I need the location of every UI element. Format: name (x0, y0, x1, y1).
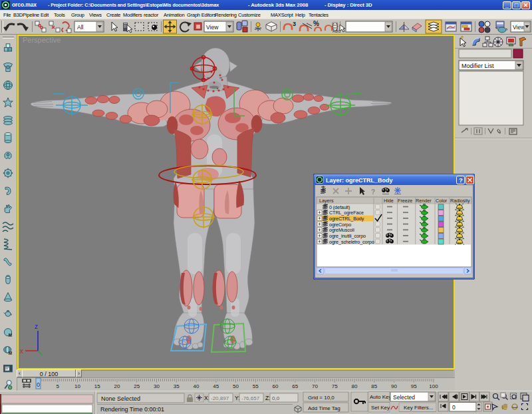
svg-text:95: 95 (411, 383, 417, 389)
svg-text:Radiosity: Radiosity (450, 198, 470, 204)
svg-text:View: View (513, 24, 525, 31)
svg-text:ogre_scheletro_corpo: ogre_scheletro_corpo (329, 239, 374, 245)
svg-text:Auto Key: Auto Key (370, 394, 391, 400)
svg-text:70: 70 (312, 383, 318, 389)
svg-text:M: M (9, 333, 12, 337)
svg-text:100: 100 (429, 383, 438, 389)
svg-text:-76,657: -76,657 (241, 395, 260, 401)
svg-text:5: 5 (57, 383, 60, 389)
svg-text:30: 30 (154, 383, 160, 389)
svg-text:0: 0 (452, 404, 456, 411)
svg-text:50: 50 (233, 383, 239, 389)
svg-text:25: 25 (134, 383, 140, 389)
svg-text:55: 55 (253, 383, 259, 389)
svg-text:0: 0 (37, 381, 40, 388)
svg-text:0,0: 0,0 (272, 395, 280, 401)
svg-text:Modifier List: Modifier List (462, 63, 494, 69)
svg-text:?: ? (371, 188, 375, 196)
svg-text:Z:: Z: (265, 395, 271, 401)
svg-text:15: 15 (94, 383, 100, 389)
svg-text:0 (default): 0 (default) (329, 204, 350, 210)
svg-text:-20,897: -20,897 (211, 395, 229, 401)
svg-text:All: All (77, 24, 84, 31)
svg-text:x: x (20, 347, 23, 355)
svg-text:Layers: Layers (319, 198, 334, 204)
svg-text:3: 3 (293, 21, 296, 27)
svg-text:85: 85 (371, 383, 377, 389)
svg-text:80: 80 (352, 383, 358, 389)
svg-text:CTRL_ogreFace: CTRL_ogreFace (329, 210, 364, 216)
svg-text:ogreCTRL_Body: ogreCTRL_Body (329, 216, 364, 222)
svg-text:Key Filters...: Key Filters... (404, 405, 433, 411)
svg-text:Layer: ogreCTRL_Body: Layer: ogreCTRL_Body (326, 177, 393, 184)
svg-text:Render: Render (416, 198, 432, 204)
svg-text:%: % (313, 20, 319, 27)
svg-text:Add Time Tag: Add Time Tag (308, 405, 340, 411)
svg-text:Freeze: Freeze (398, 198, 412, 204)
svg-text:Grid = 10,0: Grid = 10,0 (308, 395, 334, 401)
svg-text:z: z (35, 323, 38, 330)
svg-text:60: 60 (273, 383, 279, 389)
svg-text:Color: Color (436, 198, 448, 204)
svg-text:Perspective: Perspective (23, 36, 61, 44)
svg-text:Selected: Selected (393, 394, 415, 401)
svg-text:35: 35 (174, 383, 180, 389)
svg-text:ogreCorpo: ogreCorpo (329, 222, 351, 228)
svg-text:20: 20 (114, 383, 120, 389)
svg-text:None Selected: None Selected (101, 395, 140, 402)
svg-text:?: ? (459, 176, 463, 184)
svg-text:Y:: Y: (235, 395, 240, 401)
svg-text:ogreMuscoli: ogreMuscoli (329, 227, 354, 233)
svg-text:65: 65 (292, 383, 298, 389)
svg-text:ogre_inutili_corpo: ogre_inutili_corpo (329, 233, 366, 239)
svg-text:Rendering Time 0:00:01: Rendering Time 0:00:01 (100, 406, 164, 413)
svg-text:View: View (206, 24, 219, 31)
svg-text:10: 10 (74, 383, 80, 389)
svg-text:M: M (9, 351, 12, 355)
svg-text:40: 40 (194, 383, 200, 389)
svg-text:45: 45 (213, 383, 219, 389)
svg-text:Set Key: Set Key (371, 405, 390, 411)
svg-text:Hide: Hide (384, 198, 394, 204)
svg-text:75: 75 (332, 383, 338, 389)
svg-text:90: 90 (391, 383, 397, 389)
